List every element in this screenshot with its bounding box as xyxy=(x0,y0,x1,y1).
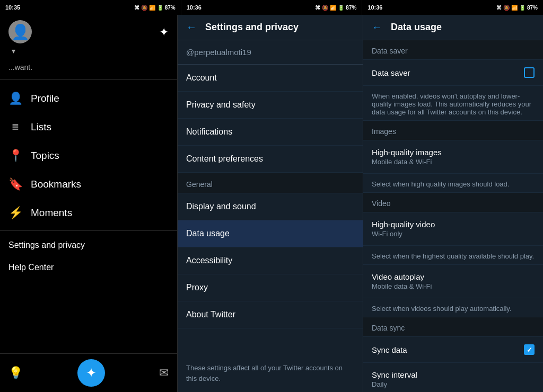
nav-item-topics[interactable]: 📍 Topics xyxy=(0,141,177,170)
data-saver-title: Data saver xyxy=(372,68,410,77)
settings-footer: These settings affect all of your Twitte… xyxy=(178,354,363,392)
drawer-header: 👤 ✦ xyxy=(0,15,177,47)
lists-icon: ≡ xyxy=(8,120,22,134)
sparkle-icon: ✦ xyxy=(159,25,169,39)
nav-label-profile: Profile xyxy=(31,93,59,104)
hq-video-title: High-quality video xyxy=(372,220,535,229)
nav-item-lists[interactable]: ≡ Lists xyxy=(0,113,177,141)
settings-item-privacy[interactable]: Privacy and safety xyxy=(178,92,363,119)
autoplay-description: Select when videos should play automatic… xyxy=(363,300,543,317)
avatar[interactable]: 👤 xyxy=(8,20,32,43)
autoplay-title: Video autoplay xyxy=(372,272,535,281)
hq-images-subtitle: Mobile data & Wi-Fi xyxy=(372,158,535,166)
status-bars: 10:35 ⌘ 🔕 📶 🔋 87% 10:36 ⌘ 🔕 📶 🔋 87% 10:3… xyxy=(0,0,543,15)
data-saver-item[interactable]: Data saver xyxy=(363,60,543,86)
back-arrow-settings[interactable]: ← xyxy=(186,21,197,33)
data-saver-section-label: Data saver xyxy=(363,40,543,60)
nav-label-lists: Lists xyxy=(31,121,51,133)
status-bar-middle: 10:36 ⌘ 🔕 📶 🔋 87% xyxy=(181,0,363,15)
settings-item-display[interactable]: Display and sound xyxy=(178,193,363,220)
profile-icon: 👤 xyxy=(8,92,22,105)
settings-item-about[interactable]: About Twitter xyxy=(178,301,363,328)
nav-item-settings[interactable]: Settings and privacy xyxy=(0,234,177,256)
data-sync-section-label: Data sync xyxy=(363,317,543,337)
moments-icon: ⚡ xyxy=(8,206,22,220)
time-right: 10:36 xyxy=(367,4,382,11)
nav-label-moments: Moments xyxy=(31,207,72,219)
data-saver-checkbox[interactable] xyxy=(524,67,535,78)
video-autoplay-item[interactable]: Video autoplay Mobile data & Wi-Fi xyxy=(363,265,543,298)
panels: 👤 ✦ ▾ ...want. 👤 Profile ≡ Lists 📍 Topic… xyxy=(0,15,543,392)
account-handle: @perpetualmoti19 xyxy=(178,40,363,65)
settings-title: Settings and privacy xyxy=(205,22,299,33)
compose-button[interactable]: ✦ xyxy=(77,359,105,387)
settings-item-data-usage[interactable]: Data usage xyxy=(178,220,363,247)
tweet-preview: ...want. xyxy=(0,59,177,80)
data-usage-title: Data usage xyxy=(391,22,442,33)
status-bar-right: 10:36 ⌘ 🔕 📶 🔋 87% xyxy=(362,0,543,15)
settings-item-accessibility[interactable]: Accessibility xyxy=(178,247,363,274)
bulb-icon[interactable]: 💡 xyxy=(8,366,23,380)
sync-data-title: Sync data xyxy=(372,345,407,354)
nav-label-bookmarks: Bookmarks xyxy=(31,179,81,190)
back-arrow-data[interactable]: ← xyxy=(372,21,382,33)
time-left: 10:35 xyxy=(5,4,20,11)
settings-item-content[interactable]: Content preferences xyxy=(178,146,363,173)
topics-icon: 📍 xyxy=(8,149,22,163)
settings-header: ← Settings and privacy xyxy=(178,15,363,40)
hq-video-description: Select when the highest quality availabl… xyxy=(363,248,543,265)
compose-icon: ✦ xyxy=(86,366,97,380)
data-usage-panel: ← Data usage Data saver Data saver When … xyxy=(363,15,543,392)
nav-items: 👤 Profile ≡ Lists 📍 Topics 🔖 Bookmarks ⚡… xyxy=(0,80,177,353)
sync-data-item[interactable]: Sync data xyxy=(363,337,543,363)
high-quality-video-item[interactable]: High-quality video Wi-Fi only xyxy=(363,212,543,246)
drawer-footer: 💡 ✦ ✉ xyxy=(0,353,177,392)
settings-item-notifications[interactable]: Notifications xyxy=(178,119,363,146)
status-icons-middle: ⌘ 🔕 📶 🔋 87% xyxy=(315,5,356,11)
sync-interval-item[interactable]: Sync interval Daily xyxy=(363,363,543,392)
bookmarks-icon: 🔖 xyxy=(8,177,22,191)
account-chevron: ▾ xyxy=(12,47,15,55)
hq-video-subtitle: Wi-Fi only xyxy=(372,230,535,238)
settings-item-account[interactable]: Account xyxy=(178,65,363,92)
data-usage-header: ← Data usage xyxy=(363,15,543,40)
nav-label-settings: Settings and privacy xyxy=(8,240,85,250)
mail-icon[interactable]: ✉ xyxy=(159,366,169,380)
nav-label-help: Help Center xyxy=(8,263,54,272)
nav-item-moments[interactable]: ⚡ Moments xyxy=(0,199,177,227)
hq-images-description: Select when high quality images should l… xyxy=(363,176,543,193)
nav-item-bookmarks[interactable]: 🔖 Bookmarks xyxy=(0,170,177,199)
hq-images-title: High-quality images xyxy=(372,148,535,157)
images-section-label: Images xyxy=(363,121,543,140)
settings-panel: ← Settings and privacy @perpetualmoti19 … xyxy=(178,15,363,392)
data-saver-description: When enabled, videos won't autoplay and … xyxy=(363,88,543,121)
nav-label-topics: Topics xyxy=(31,150,59,162)
sync-data-checkbox[interactable] xyxy=(524,344,535,355)
nav-divider xyxy=(0,230,177,231)
status-bar-left: 10:35 ⌘ 🔕 📶 🔋 87% xyxy=(0,0,181,15)
settings-list: Account Privacy and safety Notifications… xyxy=(178,65,363,354)
account-switcher[interactable]: ▾ xyxy=(0,47,177,59)
sync-interval-subtitle: Daily xyxy=(372,380,535,388)
settings-item-proxy[interactable]: Proxy xyxy=(178,274,363,301)
autoplay-subtitle: Mobile data & Wi-Fi xyxy=(372,282,535,290)
high-quality-images-item[interactable]: High-quality images Mobile data & Wi-Fi xyxy=(363,140,543,174)
general-section-label: General xyxy=(178,173,363,193)
time-middle: 10:36 xyxy=(187,4,202,11)
nav-item-profile[interactable]: 👤 Profile xyxy=(0,84,177,113)
video-section-label: Video xyxy=(363,193,543,212)
data-usage-list: Data saver Data saver When enabled, vide… xyxy=(363,40,543,392)
left-drawer: 👤 ✦ ▾ ...want. 👤 Profile ≡ Lists 📍 Topic… xyxy=(0,15,178,392)
sync-interval-title: Sync interval xyxy=(372,370,535,379)
status-icons-right: ⌘ 🔕 📶 🔋 87% xyxy=(496,5,538,11)
nav-item-help[interactable]: Help Center xyxy=(0,256,177,279)
status-icons-left: ⌘ 🔕 📶 🔋 87% xyxy=(134,5,176,11)
